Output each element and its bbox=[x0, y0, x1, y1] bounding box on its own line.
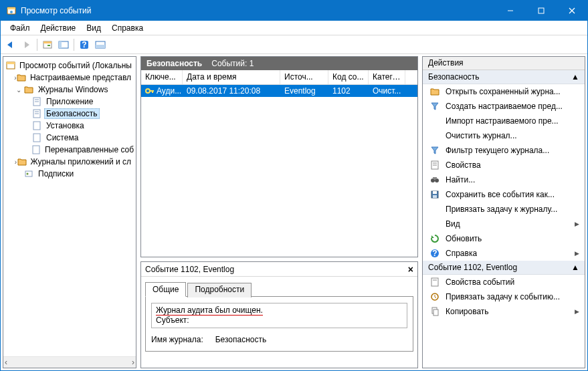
titlebar: Просмотр событий bbox=[1, 1, 587, 21]
window-controls bbox=[495, 1, 587, 21]
event-list[interactable]: Ауди... 09.08.2017 11:20:08 Eventlog 110… bbox=[141, 85, 417, 97]
tree-security[interactable]: Безопасность bbox=[6, 108, 136, 120]
blank-icon bbox=[429, 130, 440, 141]
svg-rect-8 bbox=[43, 41, 52, 43]
action-clear-log[interactable]: Очистить журнал... bbox=[423, 128, 585, 143]
collapse-icon[interactable]: ⌄ bbox=[14, 86, 23, 94]
event-detail-pane: Событие 1102, Eventlog × Общие Подробнос… bbox=[140, 261, 418, 368]
action-filter-log[interactable]: Фильтр текущего журнала... bbox=[423, 143, 585, 158]
close-button[interactable] bbox=[557, 1, 587, 21]
col-keywords[interactable]: Ключе... bbox=[141, 70, 183, 84]
tree-setup[interactable]: Установка bbox=[6, 120, 136, 132]
menu-help[interactable]: Справка bbox=[106, 22, 149, 34]
action-group-event[interactable]: Событие 1102, Eventlog ▲ bbox=[423, 261, 585, 275]
col-category[interactable]: Катего... bbox=[369, 70, 405, 84]
action-copy-submenu[interactable]: Копировать ▶ bbox=[423, 304, 585, 319]
log-icon bbox=[31, 132, 42, 143]
detail-body: Общие Подробности Журнал аудита был очищ… bbox=[141, 277, 417, 368]
tree-pane: Просмотр событий (Локальны › Настраиваем… bbox=[3, 56, 136, 368]
properties-icon bbox=[429, 160, 440, 170]
task-icon bbox=[429, 291, 440, 302]
nav-tree[interactable]: Просмотр событий (Локальны › Настраиваем… bbox=[3, 57, 136, 356]
log-name-label: Имя журнала: bbox=[151, 335, 203, 344]
save-icon bbox=[429, 189, 440, 200]
tree-system[interactable]: Система bbox=[6, 132, 136, 144]
log-icon bbox=[31, 144, 41, 155]
column-headers: Ключе... Дата и время Источ... Код со...… bbox=[141, 70, 417, 85]
action-attach-task[interactable]: Привязать задачу к журналу... bbox=[423, 202, 585, 217]
col-source[interactable]: Источ... bbox=[280, 70, 328, 84]
tree-custom-views[interactable]: › Настраиваемые представл bbox=[6, 72, 136, 84]
action-import-custom-view[interactable]: Импорт настраиваемого пре... bbox=[423, 114, 585, 128]
svg-rect-10 bbox=[59, 41, 62, 48]
back-button[interactable] bbox=[3, 37, 18, 52]
svg-rect-23 bbox=[33, 122, 40, 130]
svg-rect-24 bbox=[33, 134, 40, 142]
svg-rect-1 bbox=[7, 7, 15, 9]
actions-header: Действия bbox=[423, 57, 585, 70]
action-attach-task-event[interactable]: Привязать задачу к событию... bbox=[423, 289, 585, 304]
svg-rect-14 bbox=[96, 45, 105, 48]
menu-action[interactable]: Действие bbox=[35, 22, 82, 34]
minimize-button[interactable] bbox=[495, 1, 526, 21]
chevron-right-icon: ▶ bbox=[575, 308, 579, 315]
key-icon bbox=[145, 87, 155, 95]
log-icon bbox=[31, 96, 42, 107]
event-row[interactable]: Ауди... 09.08.2017 11:20:08 Eventlog 110… bbox=[141, 85, 417, 97]
separator bbox=[74, 39, 74, 51]
preview-button[interactable] bbox=[93, 37, 108, 52]
log-icon bbox=[31, 108, 42, 119]
actions-list: Безопасность ▲ Открыть сохраненный журна… bbox=[423, 70, 585, 368]
svg-point-2 bbox=[10, 11, 13, 13]
panel-button[interactable] bbox=[56, 37, 71, 52]
tab-general[interactable]: Общие bbox=[145, 282, 186, 297]
tree-windows-logs[interactable]: ⌄ Журналы Windows bbox=[6, 84, 136, 96]
action-refresh[interactable]: Обновить bbox=[423, 231, 585, 246]
detail-close-button[interactable]: × bbox=[408, 264, 413, 275]
event-message-box[interactable]: Журнал аудита был очищен. Субъект: bbox=[151, 303, 407, 328]
show-tree-button[interactable] bbox=[40, 37, 55, 52]
menu-file[interactable]: Файл bbox=[5, 22, 35, 34]
event-message: Журнал аудита был очищен. bbox=[156, 305, 263, 316]
collapse-icon[interactable]: ▲ bbox=[571, 263, 579, 272]
action-save-all[interactable]: Сохранить все события как... bbox=[423, 187, 585, 202]
tree-forwarded[interactable]: Перенаправленные соб bbox=[6, 144, 136, 156]
svg-rect-46 bbox=[433, 310, 438, 316]
tree-application[interactable]: Приложение bbox=[6, 96, 136, 108]
blank-icon bbox=[429, 116, 440, 126]
col-code[interactable]: Код со... bbox=[328, 70, 369, 84]
col-datetime[interactable]: Дата и время bbox=[183, 70, 280, 84]
action-open-saved-log[interactable]: Открыть сохраненный журна... bbox=[423, 84, 585, 99]
menu-view[interactable]: Вид bbox=[81, 22, 106, 34]
log-name-value: Безопасность bbox=[215, 335, 267, 344]
tree-root[interactable]: Просмотр событий (Локальны bbox=[6, 59, 136, 72]
collapse-icon[interactable]: ▲ bbox=[571, 72, 579, 82]
tree-subscriptions[interactable]: Подписки bbox=[6, 168, 136, 180]
svg-point-27 bbox=[27, 173, 29, 175]
action-view-submenu[interactable]: Вид ▶ bbox=[423, 217, 585, 231]
tab-details[interactable]: Подробности bbox=[187, 283, 252, 297]
action-find[interactable]: Найти... bbox=[423, 172, 585, 187]
funnel-icon bbox=[429, 145, 440, 156]
maximize-button[interactable] bbox=[526, 1, 557, 21]
action-event-properties[interactable]: Свойства событий bbox=[423, 275, 585, 289]
action-help-submenu[interactable]: ? Справка ▶ bbox=[423, 246, 585, 261]
actions-pane: Действия Безопасность ▲ Открыть сохранен… bbox=[422, 56, 585, 368]
action-create-custom-view[interactable]: Создать настраиваемое пред... bbox=[423, 99, 585, 114]
refresh-icon bbox=[429, 233, 440, 244]
help-button[interactable]: ? bbox=[77, 37, 92, 52]
toolbar: ? bbox=[1, 35, 587, 54]
action-group-security[interactable]: Безопасность ▲ bbox=[423, 70, 585, 84]
svg-rect-42 bbox=[431, 278, 438, 286]
funnel-icon bbox=[429, 101, 440, 112]
log-name-row: Имя журнала: Безопасность bbox=[151, 335, 407, 344]
tab-content: Журнал аудита был очищен. Субъект: Имя ж… bbox=[145, 296, 413, 352]
forward-button[interactable] bbox=[19, 37, 34, 52]
folder-icon bbox=[17, 156, 27, 167]
detail-title-text: Событие 1102, Eventlog bbox=[145, 265, 234, 274]
detail-titlebar: Событие 1102, Eventlog × bbox=[141, 262, 417, 277]
tree-app-services[interactable]: › Журналы приложений и сл bbox=[6, 156, 136, 168]
h-scrollbar[interactable]: ‹› bbox=[3, 356, 136, 368]
action-properties[interactable]: Свойства bbox=[423, 158, 585, 172]
detail-tabs: Общие Подробности bbox=[145, 281, 413, 297]
